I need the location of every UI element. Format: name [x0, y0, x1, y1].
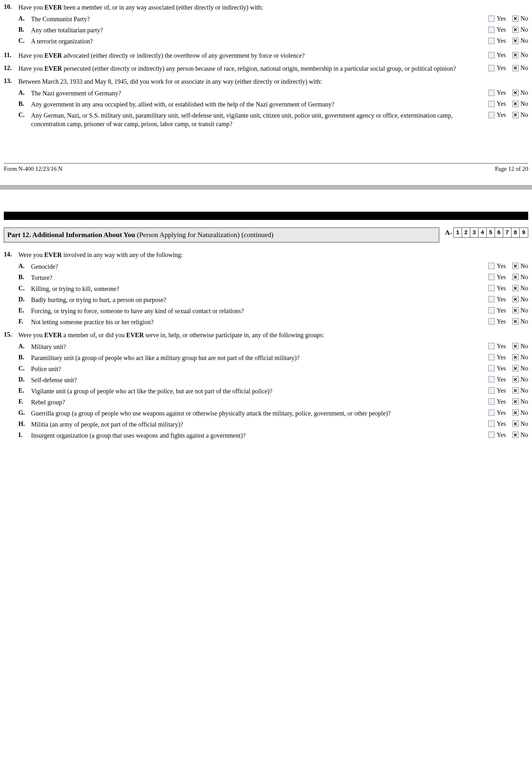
- checkbox-no[interactable]: [512, 27, 519, 33]
- checkbox-no[interactable]: [512, 354, 519, 360]
- question-number: 11.: [4, 51, 18, 59]
- answer-group: Yes No: [468, 51, 528, 59]
- answer-group: Yes No: [468, 15, 528, 22]
- checkbox-no[interactable]: [512, 101, 519, 107]
- checkbox-no[interactable]: [512, 431, 519, 438]
- answer-group: YesNo: [468, 365, 528, 372]
- question-13: 13. Between March 23, 1933 and May 8, 19…: [4, 77, 528, 86]
- checkbox-no[interactable]: [512, 409, 519, 416]
- checkbox-no[interactable]: [512, 420, 519, 427]
- checkbox-no[interactable]: [512, 318, 519, 325]
- question-text: Have you EVER advocated (either directly…: [18, 51, 468, 60]
- question-text: Between March 23, 1933 and May 8, 1945, …: [18, 77, 528, 86]
- checkbox-yes[interactable]: [488, 101, 495, 107]
- checkbox-yes[interactable]: [488, 343, 495, 349]
- question-15: 15. Were you EVER a member of, or did yo…: [4, 331, 528, 340]
- checkbox-no[interactable]: [512, 65, 519, 71]
- q13-sub-b: B. Any government in any area occupied b…: [18, 100, 528, 109]
- q15-sub-e: E.Vigilante unit (a group of people who …: [18, 387, 528, 395]
- answer-group: Yes No: [468, 26, 528, 33]
- checkbox-no[interactable]: [512, 16, 519, 22]
- checkbox-no[interactable]: [512, 365, 519, 372]
- checkbox-no[interactable]: [512, 112, 519, 118]
- answer-group: YesNo: [468, 343, 528, 350]
- q10-sub-c: C. A terrorist organization? Yes No: [18, 37, 528, 46]
- checkbox-yes[interactable]: [488, 307, 495, 314]
- checkbox-no[interactable]: [512, 285, 519, 291]
- q15-sub-c: C.Police unit?YesNo: [18, 365, 528, 373]
- checkbox-yes[interactable]: [488, 296, 495, 302]
- answer-group: YesNo: [468, 398, 528, 405]
- checkbox-yes[interactable]: [488, 38, 495, 44]
- q13-sub-c: C. Any German, Nazi, or S.S. military un…: [18, 111, 528, 128]
- question-number: 10.: [4, 3, 18, 10]
- a-number-boxes[interactable]: 1 2 3 4 5 6 7 8 9: [453, 228, 528, 238]
- checkbox-no[interactable]: [512, 387, 519, 393]
- checkbox-no[interactable]: [512, 263, 519, 269]
- checkbox-yes[interactable]: [488, 274, 495, 280]
- checkbox-yes[interactable]: [488, 112, 495, 118]
- checkbox-yes[interactable]: [488, 65, 495, 71]
- checkbox-yes[interactable]: [488, 52, 495, 58]
- q14-sub-a: A.Genocide?YesNo: [18, 263, 528, 271]
- checkbox-yes[interactable]: [488, 409, 495, 416]
- answer-group: YesNo: [468, 318, 528, 325]
- question-text: Have you EVER persecuted (either directl…: [18, 64, 468, 73]
- checkbox-yes[interactable]: [488, 263, 495, 269]
- answer-group: YesNo: [468, 387, 528, 394]
- form-id: Form N-400 12/23/16 N: [4, 165, 62, 172]
- answer-group: Yes No: [468, 111, 528, 119]
- checkbox-yes[interactable]: [488, 354, 495, 360]
- q15-sub-f: F.Rebel group?YesNo: [18, 398, 528, 406]
- checkbox-yes[interactable]: [488, 285, 495, 291]
- checkbox-no[interactable]: [512, 274, 519, 280]
- answer-group: Yes No: [468, 37, 528, 44]
- question-text: Were you EVER involved in any way with a…: [18, 251, 528, 259]
- answer-group: YesNo: [468, 296, 528, 303]
- checkbox-yes[interactable]: [488, 16, 495, 22]
- answer-group: YesNo: [468, 376, 528, 383]
- answer-group: YesNo: [468, 263, 528, 270]
- question-number: 13.: [4, 77, 18, 85]
- q14-sub-b: B.Torture?YesNo: [18, 274, 528, 282]
- q15-sub-d: D.Self-defense unit?YesNo: [18, 376, 528, 384]
- checkbox-yes[interactable]: [488, 387, 495, 393]
- answer-group: Yes No: [468, 64, 528, 72]
- page-break: [0, 185, 532, 190]
- question-number: 12.: [4, 64, 18, 72]
- checkbox-yes[interactable]: [488, 318, 495, 325]
- question-number: 15.: [4, 331, 18, 338]
- checkbox-no[interactable]: [512, 90, 519, 96]
- question-text: Were you EVER a member of, or did you EV…: [18, 331, 528, 340]
- question-10: 10. Have you EVER been a member of, or i…: [4, 3, 528, 12]
- answer-group: YesNo: [468, 274, 528, 281]
- checkbox-no[interactable]: [512, 398, 519, 405]
- checkbox-no[interactable]: [512, 307, 519, 314]
- answer-group: YesNo: [468, 409, 528, 416]
- q15-sub-b: B.Paramilitary unit (a group of people w…: [18, 354, 528, 362]
- checkbox-no[interactable]: [512, 38, 519, 44]
- checkbox-no[interactable]: [512, 376, 519, 382]
- checkbox-yes[interactable]: [488, 27, 495, 33]
- checkbox-yes[interactable]: [488, 376, 495, 382]
- checkbox-yes[interactable]: [488, 365, 495, 372]
- question-12: 12. Have you EVER persecuted (either dir…: [4, 64, 528, 73]
- checkbox-yes[interactable]: [488, 431, 495, 438]
- q14-sub-f: F.Not letting someone practice his or he…: [18, 318, 528, 327]
- question-number: 14.: [4, 251, 18, 258]
- q10-sub-a: A. The Communist Party? Yes No: [18, 15, 528, 23]
- q14-sub-c: C.Killing, or trying to kill, someone?Ye…: [18, 285, 528, 293]
- checkbox-yes[interactable]: [488, 398, 495, 405]
- checkbox-no[interactable]: [512, 52, 519, 58]
- answer-group: YesNo: [468, 285, 528, 292]
- question-11: 11. Have you EVER advocated (either dire…: [4, 51, 528, 60]
- q13-sub-a: A. The Nazi government of Germany? Yes N…: [18, 89, 528, 98]
- checkbox-yes[interactable]: [488, 420, 495, 427]
- checkbox-yes[interactable]: [488, 90, 495, 96]
- q14-sub-e: E.Forcing, or trying to force, someone t…: [18, 307, 528, 315]
- q15-sub-h: H.Militia (an army of people, not part o…: [18, 420, 528, 429]
- q14-sub-d: D.Badly hurting, or trying to hurt, a pe…: [18, 296, 528, 304]
- a-number: A- 1 2 3 4 5 6 7 8 9: [445, 228, 528, 238]
- checkbox-no[interactable]: [512, 296, 519, 302]
- checkbox-no[interactable]: [512, 343, 519, 349]
